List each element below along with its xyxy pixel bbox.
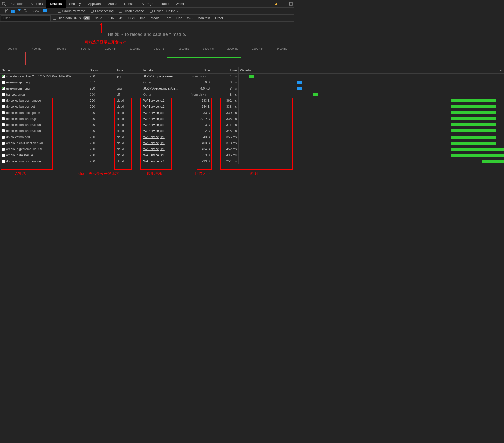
cell-initiator[interactable]: WAService.js:1 [142,122,185,128]
file-icon [2,129,5,132]
file-icon [2,111,5,114]
cell-initiator[interactable]: WAService.js:1 [142,152,185,158]
group-by-frame-checkbox[interactable]: Group by frame [58,9,85,13]
request-row[interactable]: db.collection.doc.get200cloudWAService.j… [0,104,294,110]
annot-label-size: 回包大小 [195,171,210,176]
cell-status: 200 [88,158,115,164]
cell-initiator[interactable]: WAService.js:1 [142,116,185,122]
tab-storage[interactable]: Storage [138,0,157,8]
request-row[interactable]: db.collection.doc.update200cloudWAServic… [0,110,294,116]
offline-checkbox[interactable]: Offline [150,9,163,13]
file-icon [2,105,5,108]
cell-waterfall [238,85,294,92]
request-row[interactable]: snsvideodownload?m=127e353c0a9bb8ec60a…2… [0,73,294,79]
request-row[interactable]: db.collection.where.get200cloudWAService… [0,116,294,122]
filter-type-css[interactable]: CSS [127,16,137,20]
filter-type-other[interactable]: Other [214,16,225,20]
cell-initiator[interactable]: :65375/pages/index/us… [142,85,185,92]
request-row[interactable]: transparent.gif200gifOther(from disk c…8… [0,92,294,98]
request-row[interactable]: db.collection.doc.remove200cloudWAServic… [0,98,294,104]
request-row[interactable]: wx.cloud.callFunction.eval200cloudWAServ… [0,140,294,146]
tab-sources[interactable]: Sources [27,0,47,8]
cell-initiator[interactable]: WAService.js:1 [142,110,185,116]
cell-time: 8 ms [212,92,238,98]
request-row[interactable]: wx.cloud.deleteFile200cloudWAService.js:… [0,152,294,158]
cell-size: 243 B [185,134,212,140]
file-icon [2,75,5,78]
large-rows-icon[interactable] [43,9,47,13]
dock-icon[interactable] [288,2,294,6]
request-row[interactable]: db.collection.add200cloudWAService.js:12… [0,134,294,140]
cell-name: db.collection.doc.update [0,110,88,116]
column-initiator[interactable]: Initiator [142,67,185,73]
waterfall-view-icon[interactable] [49,9,53,13]
tab-appdata[interactable]: AppData [85,0,104,8]
request-row[interactable]: db.collection.doc.remove200cloudWAServic… [0,158,294,164]
cell-name: db.collection.where.get [0,116,88,122]
filter-type-media[interactable]: Media [149,16,161,20]
cell-initiator[interactable]: WAService.js:1 [142,98,185,104]
cell-initiator[interactable]: WAService.js:1 [142,104,185,110]
filter-type-js[interactable]: JS [118,16,125,20]
filter-icon[interactable] [17,9,21,13]
cell-size: 313 B [185,152,212,158]
filter-type-ws[interactable]: WS [186,16,194,20]
hide-data-urls-checkbox[interactable]: Hide data URLs [53,16,81,20]
cell-type: cloud [115,110,142,116]
filter-type-font[interactable]: Font [163,16,173,20]
timeline-tick: 2000 ms [227,47,238,50]
request-row[interactable]: wx.cloud.getTempFileURL200cloudWAService… [0,146,294,152]
cell-size: 233 B [185,98,212,104]
cell-name: user-unlogin.png [0,79,88,85]
warnings-badge[interactable]: 2 [273,2,282,6]
filter-type-cloud[interactable]: Cloud [92,16,104,20]
column-type[interactable]: Type [115,67,142,73]
overview-timeline[interactable]: 200 ms400 ms600 ms800 ms1000 ms1200 ms14… [0,47,294,67]
cell-initiator[interactable]: WAService.js:1 [142,128,185,134]
kebab-menu-icon[interactable]: ⋮ [282,2,288,6]
tab-security[interactable]: Security [66,0,85,8]
cell-initiator[interactable]: :65375/__pageframe__… [142,73,185,79]
cell-initiator[interactable]: WAService.js:1 [142,140,185,146]
tab-trace[interactable]: Trace [157,0,172,8]
filter-type-doc[interactable]: Doc [175,16,184,20]
svg-marker-12 [100,23,103,25]
request-row[interactable]: db.collection.where.count200cloudWAServi… [0,128,294,134]
search-icon[interactable] [24,9,27,13]
filter-type-img[interactable]: Img [139,16,147,20]
inspect-icon[interactable] [0,2,8,6]
screenshot-icon[interactable]: ▮▮ [11,9,15,13]
svg-rect-2 [289,2,290,5]
tab-audits[interactable]: Audits [104,0,121,8]
request-row[interactable]: user-unlogin.png200png:65375/pages/index… [0,85,294,92]
filter-type-manifest[interactable]: Manifest [196,16,212,20]
tab-console[interactable]: Console [8,0,27,8]
column-size[interactable]: Size [185,67,212,73]
clear-button[interactable] [5,9,6,13]
filter-type-xhr[interactable]: XHR [106,16,116,20]
request-row[interactable]: db.collection.where.count200cloudWAServi… [0,122,294,128]
cell-name: db.collection.where.count [0,128,88,134]
cell-waterfall [238,79,294,85]
tab-network[interactable]: Network [46,0,66,8]
timeline-tick: 1800 ms [203,47,214,50]
filter-input[interactable] [1,15,51,21]
tab-sensor[interactable]: Sensor [121,0,138,8]
cell-initiator[interactable]: WAService.js:1 [142,146,185,152]
cell-waterfall [238,122,294,128]
cell-initiator[interactable]: WAService.js:1 [142,158,185,164]
throttling-dropdown[interactable]: Online▼ [166,9,179,13]
tab-wxml[interactable]: Wxml [172,0,187,8]
cell-size: 233 B [185,158,212,164]
filter-type-all[interactable]: All [83,16,90,20]
disable-cache-checkbox[interactable]: Disable cache [119,9,144,13]
column-name[interactable]: Name [0,67,88,73]
preserve-log-checkbox[interactable]: Preserve log [91,9,114,13]
column-waterfall[interactable]: Waterfall▲ [238,67,294,73]
cell-type: cloud [115,128,142,134]
cell-initiator[interactable]: WAService.js:1 [142,134,185,140]
request-row[interactable]: user-unlogin.png307Other0 B3 ms [0,79,294,85]
cell-status: 200 [88,152,115,158]
column-status[interactable]: Status [88,67,115,73]
column-time[interactable]: Time [212,67,238,73]
